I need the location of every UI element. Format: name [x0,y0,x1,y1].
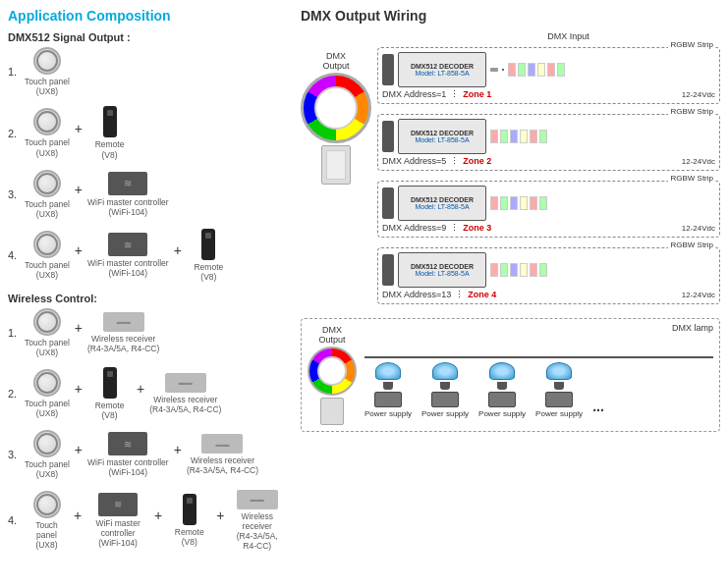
zone-label-4: Zone 4 [468,290,496,299]
decoder-3: DMX512 DECODER Model: LT-858-5A [398,186,486,221]
lamp-4: Power supply [535,362,583,418]
dmx-connector-2 [382,121,394,152]
strip-1 [508,63,565,77]
wireless-row-3: 3. Touch panel(UX8) + WiFi master contro… [8,430,285,479]
decoder-pins-1 [490,68,498,72]
device-touch-w1: Touch panel(UX8) [25,308,70,357]
wireless-receiver-icon-3 [201,434,243,454]
decoder-title-4: DMX512 DECODER [411,263,474,270]
plus-2: + [73,182,84,197]
bottom-touch-icon [308,347,357,396]
zone-label-3: Zone 3 [463,223,491,233]
lamp-1: Power supply [364,362,412,418]
device-touch-w3: Touch panel(UX8) [25,430,70,479]
decoder-model-1: Model: LT-858-5A [415,70,469,77]
zone-1-info: DMX Address=1 ⋮ Zone 1 12-24Vdc [382,89,715,99]
main-container: Application Composition DMX512 Signal Ou… [0,0,728,568]
lamp-head-2 [432,362,458,380]
rgbw-label-1: RGBW Strip [668,40,715,49]
wireless-row-4: 4. Touch panel(UX8) + WiFi master contro… [8,490,285,552]
address-2: DMX Address=5 [382,156,446,166]
lamp-base-1 [383,382,393,390]
device-wireless-4: Wireless receiver(R4-3A/5A, R4-CC) [229,490,285,552]
lamp-2: Power supply [421,362,469,418]
touch-panel-icon [33,47,61,75]
device-wireless-2: Wireless receiver(R4-3A/5A, R4-CC) [149,373,221,414]
wifi-controller-icon-w3 [108,432,147,455]
right-panel: DMX Output Wiring DMXOutput DMX Input RG… [293,8,720,561]
zone-2-box: RGBW Strip DMX512 DECODER Model: LT-858-… [377,114,720,171]
decoder-2: DMX512 DECODER Model: LT-858-5A [398,119,486,154]
touch-panel-icon-3 [33,170,61,197]
voltage-3: 12-24Vdc [682,224,715,233]
strip-4 [490,263,547,277]
decoder-model-4: Model: LT-858-5A [415,270,469,277]
decoder-1: DMX512 DECODER Model: LT-858-5A [398,52,486,87]
wireless-section-label: Wireless Control: [8,293,285,304]
dmx-row-4: 4. Touch panel(UX8) + WiFi master contro… [8,229,285,282]
dmx-connector-3 [382,187,394,219]
voltage-2: 12-24Vdc [682,157,715,166]
pin-1a [490,68,498,72]
zone-1-decoder-row: DMX512 DECODER Model: LT-858-5A [382,52,715,87]
wireless-receiver-icon-4 [237,490,278,509]
lamp-head-4 [546,362,572,380]
device-wifi-2: WiFi master controller(WiFi-104) [87,233,169,278]
wireless-receiver-icon-1 [103,312,144,332]
wireless-row-1: 1. Touch panel(UX8) + Wireless receiver(… [8,308,285,357]
ps-4 [545,392,573,407]
decoder-title-2: DMX512 DECODER [411,130,474,136]
device-touch-2: Touch panel(UX8) [25,108,70,157]
ps-3 [488,392,516,407]
dmx-output-label-top: DMXOutput [322,51,349,71]
ps-2 [431,392,459,407]
touch-panel-icon-w2 [33,369,61,397]
device-wifi-w4: WiFi master controller(WiFi-104) [86,493,149,549]
lamp-base-3 [497,382,507,390]
touch-panel-icon-w4 [33,491,61,518]
dots-1: ⋮ [450,89,459,99]
remote-icon-1 [103,106,117,137]
device-remote-2: Remote(V8) [187,229,231,282]
zone-3-info: DMX Address=9 ⋮ Zone 3 12-24Vdc [382,223,715,233]
dmx-section-label: DMX512 Signal Output : [8,31,285,43]
remote-icon-w2 [103,367,117,399]
wifi-controller-icon-1 [108,172,147,195]
device-remote-1: Remote(V8) [87,106,132,159]
zone-2-info: DMX Address=5 ⋮ Zone 2 12-24Vdc [382,156,715,166]
dmx-touch-panel-icon [301,73,371,143]
ps-1 [374,392,402,407]
zone-4-info: DMX Address=13 ⋮ Zone 4 12-24Vdc [382,290,715,299]
touch-panel-icon-2 [33,108,61,135]
remote-icon-w4 [183,494,196,525]
lamp-base-4 [554,382,564,390]
decoder-4: DMX512 DECODER Model: LT-858-5A [398,252,486,288]
dmx-row-1: 1. Touch panel(UX8) [8,47,285,96]
bottom-dmx-panel: DMXOutput DMX lamp Powe [301,318,720,432]
device-touch-1: Touch panel(UX8) [25,47,70,96]
ps-label-3: Power supply [478,409,526,418]
touch-panel-icon-w1 [33,308,61,336]
dmx-row-2: 2. Touch panel(UX8) + Remote(V8) [8,106,285,159]
ellipsis-icon: ... [592,399,604,414]
device-wireless-3: Wireless receiver(R4-3A/5A, R4-CC) [187,434,258,475]
lamp-3: Power supply [478,362,526,418]
bottom-dmx-output-label: DMXOutput [318,325,345,345]
zone-4-decoder-row: DMX512 DECODER Model: LT-858-5A [382,252,715,288]
strip-3 [490,196,547,210]
strip-2 [490,130,547,143]
touch-panel-icon-w3 [33,430,61,457]
row-num-1: 1. [8,66,22,78]
wireless-receiver-icon-2 [165,373,206,393]
decoder-title-3: DMX512 DECODER [411,196,474,203]
lamp-head-1 [375,362,401,380]
lamp-section: DMX lamp Power supply [364,333,713,418]
voltage-1: 12-24Vdc [682,90,715,99]
zone-2-decoder-row: DMX512 DECODER Model: LT-858-5A [382,119,715,154]
device-touch-w4: Touch panel(UX8) [25,491,69,551]
wireless-row-2: 2. Touch panel(UX8) + Remote(V8) + Wirel… [8,367,285,420]
device-touch-w2: Touch panel(UX8) [25,369,70,418]
device-touch-3: Touch panel(UX8) [25,170,70,219]
dmx-lamp-label: DMX lamp [672,323,713,333]
device-remote-w4: Remote(V8) [167,494,211,547]
